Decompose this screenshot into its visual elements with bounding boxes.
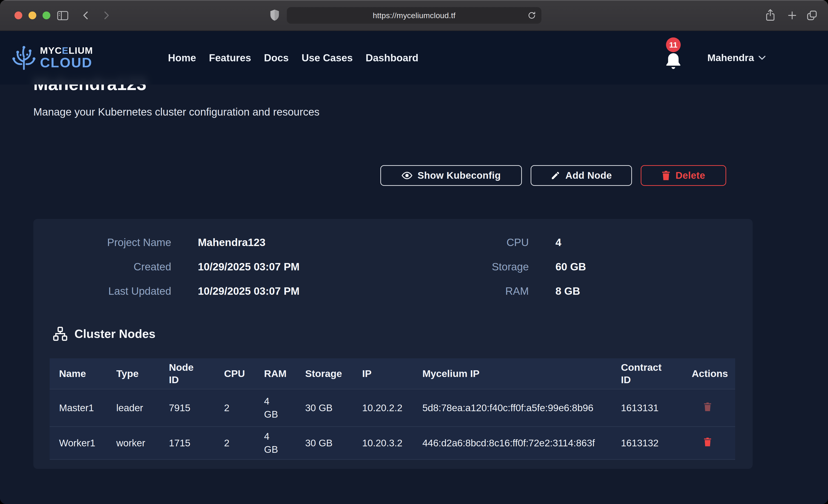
trash-icon: [704, 437, 711, 447]
user-menu[interactable]: Mahendra: [707, 31, 766, 85]
new-tab-icon[interactable]: [787, 10, 797, 21]
cell-cpu: 2: [224, 389, 264, 427]
col-node-id: Node ID: [169, 359, 224, 389]
cluster-info-left: Project Name Mahendra123 Created 10/29/2…: [33, 236, 299, 297]
info-value: 4: [555, 236, 586, 249]
info-label: CPU: [391, 236, 529, 249]
mycelium-tree-icon: [11, 45, 36, 71]
cell-node-id: 1715: [169, 427, 224, 459]
delete-cluster-button[interactable]: Delete: [641, 165, 726, 186]
page-viewport: Mahendra123: [0, 31, 828, 504]
cell-ip: 10.20.2.2: [362, 389, 422, 427]
bell-icon[interactable]: [662, 50, 685, 72]
col-contract-id: Contract ID: [621, 359, 692, 389]
zoom-window-button[interactable]: [43, 11, 50, 19]
cell-actions: [692, 427, 735, 459]
network-nodes-icon: [53, 327, 68, 341]
cluster-actions: Show Kubeconfig Add Node Delete: [380, 165, 726, 186]
col-type: Type: [116, 359, 169, 389]
info-label: RAM: [391, 285, 529, 297]
info-label: Storage: [391, 260, 529, 273]
sidebar-toggle-icon[interactable]: [57, 10, 69, 21]
info-value: 60 GB: [555, 260, 586, 273]
col-cpu: CPU: [224, 359, 264, 389]
delete-node-button-disabled[interactable]: [704, 402, 711, 412]
cell-ram: 4 GB: [264, 389, 305, 427]
info-value: 8 GB: [555, 285, 586, 297]
table-row-master1: Master1 leader 7915 2 4 GB 30 GB 10.20.2…: [50, 389, 735, 427]
info-label: Created: [33, 260, 171, 273]
table-header-row: Name Type Node ID CPU RAM Storage IP Myc…: [50, 359, 735, 389]
col-actions: Actions: [692, 359, 735, 389]
cluster-nodes-header: Cluster Nodes: [53, 327, 156, 341]
table-row-worker1: Worker1 worker 1715 2 4 GB 30 GB 10.20.3…: [50, 427, 735, 459]
site-header: MYCELIUM CLOUD Home Features Docs Use Ca…: [0, 31, 828, 85]
window-controls: [14, 11, 50, 19]
cell-mycelium-ip: 446:d2a6:8bcd:8c16:ff0f:72e2:3114:863f: [422, 427, 621, 459]
logo-line2: CLOUD: [40, 56, 93, 70]
nav-item-home[interactable]: Home: [168, 52, 196, 64]
trash-icon: [662, 170, 670, 180]
cell-type: leader: [116, 389, 169, 427]
cell-type: worker: [116, 427, 169, 459]
nav-item-use-cases[interactable]: Use Cases: [301, 52, 353, 64]
browser-toolbar: https://myceliumcloud.tf: [0, 0, 828, 31]
close-window-button[interactable]: [14, 11, 22, 19]
info-label: Project Name: [33, 236, 171, 249]
cell-contract-id: 1613132: [621, 427, 692, 459]
tab-overview-icon[interactable]: [806, 10, 818, 21]
cell-mycelium-ip: 5d8:78ea:a120:f40c:ff0f:a5fe:99e6:8b96: [422, 389, 621, 427]
cell-storage: 30 GB: [305, 427, 362, 459]
info-value: 10/29/2025 03:07 PM: [198, 260, 299, 273]
main-nav: Home Features Docs Use Cases Dashboard: [168, 31, 418, 85]
delete-label: Delete: [675, 170, 705, 181]
col-name: Name: [50, 359, 116, 389]
info-label: Last Updated: [33, 285, 171, 297]
cell-name: Master1: [50, 389, 116, 427]
share-icon[interactable]: [765, 9, 776, 22]
col-mycelium-ip: Mycelium IP: [422, 359, 621, 389]
pencil-icon: [551, 171, 560, 180]
info-value: 10/29/2025 03:07 PM: [198, 285, 299, 297]
cell-node-id: 7915: [169, 389, 224, 427]
cell-contract-id: 1613131: [621, 389, 692, 427]
notifications[interactable]: 11: [662, 37, 688, 77]
logo-text: MYCELIUM CLOUD: [40, 46, 93, 70]
nav-item-docs[interactable]: Docs: [264, 52, 289, 64]
add-node-button[interactable]: Add Node: [531, 165, 632, 186]
back-button[interactable]: [81, 10, 91, 20]
chevron-down-icon: [758, 55, 766, 60]
user-name: Mahendra: [707, 52, 754, 64]
privacy-shield-icon[interactable]: [270, 9, 280, 22]
page-subtitle: Manage your Kubernetes cluster configura…: [33, 106, 320, 118]
cell-storage: 30 GB: [305, 389, 362, 427]
cluster-nodes-title: Cluster Nodes: [75, 327, 156, 341]
col-ip: IP: [362, 359, 422, 389]
cluster-nodes-table: Name Type Node ID CPU RAM Storage IP Myc…: [50, 359, 735, 460]
eye-icon: [402, 170, 413, 181]
address-bar[interactable]: https://myceliumcloud.tf: [287, 7, 541, 24]
nav-item-dashboard[interactable]: Dashboard: [366, 52, 418, 64]
browser-window: https://myceliumcloud.tf Mahendra123: [0, 0, 828, 504]
col-storage: Storage: [305, 359, 362, 389]
show-kubeconfig-button[interactable]: Show Kubeconfig: [380, 165, 522, 186]
cell-ip: 10.20.3.2: [362, 427, 422, 459]
minimize-window-button[interactable]: [29, 11, 36, 19]
info-value: Mahendra123: [198, 236, 299, 249]
logo-line1: MYCELIUM: [40, 46, 93, 55]
url-text: https://myceliumcloud.tf: [373, 11, 455, 20]
trash-icon: [704, 402, 711, 412]
add-node-label: Add Node: [565, 170, 612, 181]
logo[interactable]: MYCELIUM CLOUD: [11, 45, 93, 71]
delete-node-button[interactable]: [704, 437, 711, 447]
cell-cpu: 2: [224, 427, 264, 459]
nav-item-features[interactable]: Features: [209, 52, 251, 64]
notification-badge: 11: [666, 37, 681, 52]
col-ram: RAM: [264, 359, 305, 389]
cluster-info-right: CPU 4 Storage 60 GB RAM 8 GB: [391, 236, 586, 297]
cell-name: Worker1: [50, 427, 116, 459]
reload-icon[interactable]: [527, 11, 536, 20]
cell-ram: 4 GB: [264, 427, 305, 459]
forward-button[interactable]: [101, 10, 111, 20]
cell-actions: [692, 389, 735, 427]
